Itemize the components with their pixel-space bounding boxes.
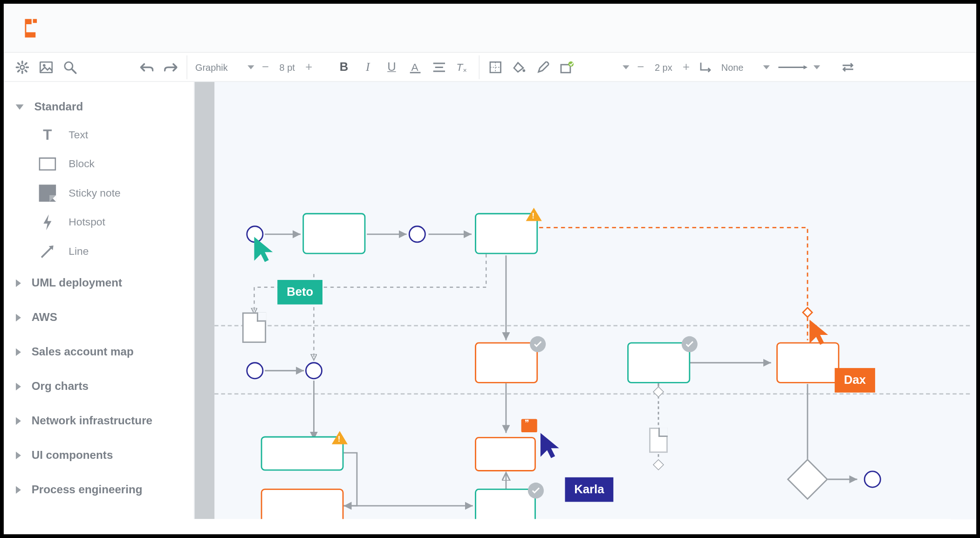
shape-hotspot[interactable]: Hotspot [12, 208, 186, 237]
block-icon [38, 155, 57, 173]
toolbar: Graphik − 8 pt + B I U A T× − 2 px + Non… [4, 53, 980, 82]
warning-badge [526, 208, 542, 221]
italic-button[interactable]: I [356, 55, 380, 79]
section-ui-components[interactable]: UI components [12, 438, 186, 473]
document-shape[interactable] [242, 313, 266, 343]
comment-badge[interactable] [521, 419, 537, 432]
process-box[interactable] [475, 342, 538, 383]
font-size-stepper[interactable]: − 8 pt + [258, 60, 316, 74]
process-box[interactable] [627, 342, 690, 383]
shape-line[interactable]: Line [12, 237, 186, 266]
cursor-label-dax: Dax [835, 368, 875, 393]
decrement-button[interactable]: − [258, 60, 273, 74]
line-style-value: None [721, 61, 744, 72]
decision-gateway[interactable] [787, 459, 828, 500]
check-badge [528, 483, 544, 498]
search-button[interactable] [58, 55, 82, 79]
process-box[interactable] [302, 213, 365, 254]
chevron-right-icon [16, 313, 21, 321]
text-icon: T [38, 126, 57, 144]
clear-format-button[interactable]: T× [451, 55, 475, 79]
align-button[interactable] [427, 55, 451, 79]
shape-label: Hotspot [69, 216, 105, 228]
section-label: Process engineering [32, 484, 143, 497]
start-node[interactable] [246, 362, 263, 379]
check-badge [530, 336, 546, 352]
border-button[interactable] [484, 55, 507, 79]
canvas[interactable]: Beto Karla Dax [195, 82, 980, 519]
main: Standard T Text Block Sticky note Hotspo… [4, 82, 980, 519]
cursor-icon [808, 318, 832, 346]
settings-button[interactable] [10, 55, 34, 79]
process-box[interactable] [475, 437, 536, 471]
undo-button[interactable] [135, 55, 159, 79]
line-style-select[interactable]: None [717, 55, 774, 79]
section-network-infrastructure[interactable]: Network infrastructure [12, 404, 186, 438]
shape-label: Sticky note [69, 187, 120, 199]
svg-line-24 [41, 247, 51, 257]
svg-text:×: × [463, 66, 467, 73]
svg-point-18 [523, 69, 526, 72]
section-uml-deployment[interactable]: UML deployment [12, 266, 186, 300]
section-standard[interactable]: Standard [12, 94, 186, 120]
process-box[interactable] [776, 342, 839, 383]
font-family-value: Graphik [195, 61, 228, 72]
image-button[interactable] [34, 55, 58, 79]
swimlane-divider [214, 393, 970, 395]
section-sales-account-map[interactable]: Sales account map [12, 335, 186, 369]
shapes-panel: Standard T Text Block Sticky note Hotspo… [4, 82, 195, 519]
shape-style-button[interactable] [555, 55, 579, 79]
chevron-right-icon [16, 279, 21, 287]
chevron-down-icon [247, 65, 254, 69]
section-label: AWS [32, 311, 57, 324]
svg-point-3 [21, 65, 25, 69]
fill-button[interactable] [507, 55, 531, 79]
shape-block[interactable]: Block [12, 150, 186, 179]
section-org-charts[interactable]: Org charts [12, 369, 186, 404]
section-process-engineering[interactable]: Process engineering [12, 473, 186, 507]
end-node[interactable] [864, 471, 881, 488]
line-shape-select[interactable] [619, 55, 633, 79]
shape-text[interactable]: T Text [12, 120, 186, 150]
redo-button[interactable] [159, 55, 183, 79]
decrement-button[interactable]: − [633, 60, 648, 74]
gateway-small[interactable] [653, 459, 664, 470]
font-family-select[interactable]: Graphik [191, 55, 258, 79]
shape-label: Text [69, 129, 88, 141]
topbar: Present Share [4, 4, 980, 53]
increment-button[interactable]: + [679, 60, 693, 74]
underline-button[interactable]: U [380, 55, 404, 79]
chevron-down-icon [763, 65, 770, 69]
section-label: Standard [34, 101, 83, 114]
bold-button[interactable]: B [332, 55, 356, 79]
intermediate-node[interactable] [305, 362, 322, 379]
section-label: Org charts [32, 380, 89, 393]
process-box[interactable] [261, 436, 344, 471]
process-box[interactable] [261, 489, 344, 519]
line-width-stepper[interactable]: − 2 px + [633, 60, 693, 74]
chevron-right-icon [16, 486, 21, 494]
shape-sticky-note[interactable]: Sticky note [12, 178, 186, 208]
cursor-label-karla: Karla [565, 477, 613, 502]
section-label: UI components [32, 449, 113, 462]
line-type-button[interactable] [774, 55, 814, 79]
increment-button[interactable]: + [302, 60, 316, 74]
svg-rect-19 [561, 64, 570, 72]
lightning-icon [38, 213, 57, 232]
section-label: UML deployment [32, 277, 122, 290]
gateway-small[interactable] [653, 386, 664, 397]
line-routing-button[interactable] [693, 55, 717, 79]
process-box[interactable] [475, 489, 536, 519]
intermediate-node[interactable] [409, 225, 426, 243]
pen-button[interactable] [531, 55, 555, 79]
section-aws[interactable]: AWS [12, 300, 186, 335]
app-logo [22, 17, 38, 39]
document-shape[interactable] [649, 428, 668, 453]
text-color-button[interactable]: A [404, 55, 427, 79]
svg-line-7 [72, 69, 76, 73]
gateway-small[interactable] [802, 307, 813, 318]
chevron-right-icon [16, 417, 21, 425]
chevron-down-icon [814, 65, 820, 69]
swap-direction-button[interactable] [836, 55, 860, 79]
chevron-right-icon [16, 382, 21, 390]
